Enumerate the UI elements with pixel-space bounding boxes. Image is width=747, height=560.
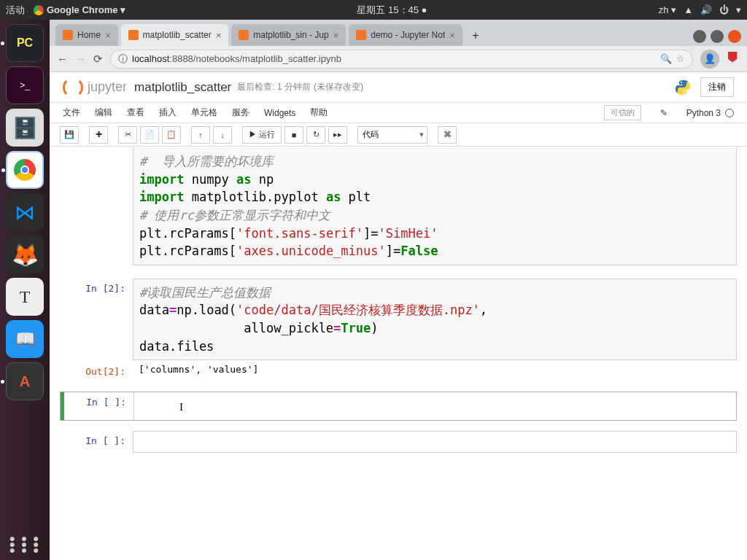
window-close[interactable] [728, 30, 741, 43]
ubuntu-dock: PC >_ 🗄️ ⋈ 🦊 T 📖 A ● ● ●● ● ●● ● ● [0, 20, 50, 560]
menu-view[interactable]: 查看 [127, 106, 144, 119]
restart-run-button[interactable]: ▸▸ [328, 126, 347, 144]
cell-input[interactable]: # 导入所需要的坏境库 import numpy as np import ma… [133, 148, 737, 265]
power-icon[interactable]: ⏻ [719, 4, 729, 15]
copy-button[interactable]: 📄 [140, 126, 159, 144]
nav-back[interactable]: ← [57, 52, 68, 65]
jupyter-orb-icon [63, 77, 83, 98]
jupyter-favicon-icon [356, 30, 366, 40]
menu-chevron-icon[interactable]: ▾ [736, 4, 741, 15]
move-down-button[interactable]: ↓ [213, 126, 232, 144]
checkpoint-status: 最后检查: 1 分钟前 [237, 81, 311, 93]
menu-help[interactable]: 帮助 [310, 106, 328, 119]
interrupt-button[interactable]: ■ [285, 126, 303, 144]
omnibox[interactable]: ⓘ localhost:8888/notebooks/matplotlib_sc… [110, 50, 693, 69]
run-button[interactable]: ▶ 运行 [242, 126, 282, 144]
activities-button[interactable]: 活动 [6, 4, 25, 17]
jupyter-favicon-icon [128, 30, 139, 40]
menu-file[interactable]: 文件 [63, 106, 80, 119]
active-app-label[interactable]: Google Chrome ▾ [47, 4, 125, 15]
kernel-indicator[interactable]: Python 3 [686, 108, 734, 118]
dock-texteditor[interactable]: T [6, 278, 44, 316]
jupyter-header: jupyter matplotlib_scatter 最后检查: 1 分钟前 (… [50, 72, 747, 103]
ublock-icon[interactable]: ⛊ [727, 51, 740, 66]
dock-vscode[interactable]: ⋈ [6, 193, 44, 231]
dock-terminal[interactable]: >_ [6, 66, 44, 104]
profile-icon[interactable]: 👤 [700, 50, 719, 69]
save-button[interactable]: 💾 [60, 126, 79, 144]
cell-input[interactable] [133, 431, 737, 453]
menu-insert[interactable]: 插入 [159, 106, 177, 119]
move-up-button[interactable]: ↑ [191, 126, 210, 144]
menu-widgets[interactable]: Widgets [264, 108, 295, 118]
window-minimize[interactable] [693, 30, 706, 43]
gnome-top-bar: 活动 Google Chrome ▾ 星期五 15：45 ● zh ▾ ▲ 🔊 … [0, 0, 747, 20]
code-cell-3[interactable]: In [ ]: I [60, 392, 737, 421]
dock-pycharm[interactable]: PC [6, 24, 44, 62]
jupyter-favicon-icon [239, 30, 249, 40]
menu-kernel[interactable]: 服务 [232, 106, 249, 119]
notebook-container[interactable]: # 导入所需要的坏境库 import numpy as np import ma… [50, 147, 747, 560]
dock-chrome[interactable] [6, 151, 44, 189]
chrome-indicator-icon [34, 5, 44, 15]
nav-reload[interactable]: ⟳ [93, 52, 103, 66]
dock-files[interactable]: 🗄️ [6, 109, 44, 147]
cell-prompt: In [2]: [60, 279, 133, 361]
dock-dictionary[interactable]: 📖 [6, 320, 44, 358]
dock-show-apps[interactable]: ● ● ●● ● ●● ● ● [9, 535, 40, 553]
tab-demo[interactable]: demo - Jupyter Not × [349, 24, 462, 46]
network-icon[interactable]: ▲ [684, 4, 693, 15]
jupyter-favicon-icon [63, 30, 73, 40]
chrome-window: Home × matplotlib_scatter × matplotlib_s… [50, 20, 747, 560]
unsaved-status: (未保存改变) [314, 81, 363, 93]
cell-input[interactable]: #读取国民生产总值数据 data=np.load('code/data/国民经济… [133, 279, 737, 361]
notebook-name[interactable]: matplotlib_scatter [134, 80, 231, 95]
window-maximize[interactable] [711, 30, 724, 43]
dock-firefox[interactable]: 🦊 [6, 236, 44, 273]
jupyter-toolbar: 💾 ✚ ✂ 📄 📋 ↑ ↓ ▶ 运行 ■ ↻ ▸▸ 代码 ⌘ [50, 123, 747, 147]
cell-input[interactable]: I [133, 392, 736, 420]
code-cell-2[interactable]: In [2]: #读取国民生产总值数据 data=np.load('code/d… [60, 279, 737, 361]
cut-button[interactable]: ✂ [118, 126, 137, 144]
close-icon[interactable]: × [333, 30, 339, 41]
logout-button[interactable]: 注销 [700, 77, 734, 97]
nav-forward[interactable]: → [75, 52, 86, 65]
tab-scatter[interactable]: matplotlib_scatter × [121, 24, 229, 46]
command-palette-button[interactable]: ⌘ [438, 126, 457, 144]
code-cell-4[interactable]: In [ ]: [60, 431, 737, 453]
cell-prompt: In [ ]: [60, 431, 133, 453]
jupyter-logo[interactable]: jupyter [63, 77, 127, 98]
star-icon[interactable]: ☆ [676, 53, 685, 64]
close-icon[interactable]: × [105, 30, 111, 41]
kernel-idle-icon [725, 109, 734, 117]
lang-indicator-icon[interactable]: zh ▾ [659, 4, 676, 15]
new-tab-button[interactable]: + [465, 26, 486, 46]
restart-button[interactable]: ↻ [306, 126, 325, 144]
tab-home[interactable]: Home × [55, 24, 118, 46]
trusted-indicator[interactable]: 可信的 [604, 105, 641, 120]
menu-cell[interactable]: 单元格 [191, 106, 217, 119]
celltype-select[interactable]: 代码 [357, 126, 427, 144]
address-bar: ← → ⟳ ⓘ localhost:8888/notebooks/matplot… [50, 46, 747, 72]
tab-sin[interactable]: matplotlib_sin - Jup × [231, 24, 346, 46]
cell-prompt: In [ ]: [61, 392, 133, 420]
volume-icon[interactable]: 🔊 [700, 4, 712, 15]
search-icon[interactable]: 🔍 [660, 53, 672, 64]
clock[interactable]: 星期五 15：45 ● [125, 4, 659, 17]
code-cell-1[interactable]: # 导入所需要的坏境库 import numpy as np import ma… [60, 148, 737, 265]
tab-strip: Home × matplotlib_scatter × matplotlib_s… [50, 20, 747, 46]
close-icon[interactable]: × [449, 30, 455, 41]
dock-updater[interactable]: A [6, 362, 44, 400]
close-icon[interactable]: × [216, 30, 222, 41]
menu-edit[interactable]: 编辑 [95, 106, 112, 119]
edit-mode-icon: ✎ [660, 108, 667, 118]
cell-output: ['columns', 'values'] [133, 362, 737, 378]
site-info-icon[interactable]: ⓘ [118, 52, 128, 66]
output-prompt: Out[2]: [60, 362, 133, 378]
cell-prompt [60, 148, 133, 265]
jupyter-menubar: 文件 编辑 查看 插入 单元格 服务 Widgets 帮助 可信的 ✎ Pyth… [50, 103, 747, 123]
insert-cell-button[interactable]: ✚ [89, 126, 108, 144]
paste-button[interactable]: 📋 [162, 126, 181, 144]
python-logo-icon [674, 79, 692, 96]
text-cursor-icon: I [179, 400, 183, 416]
